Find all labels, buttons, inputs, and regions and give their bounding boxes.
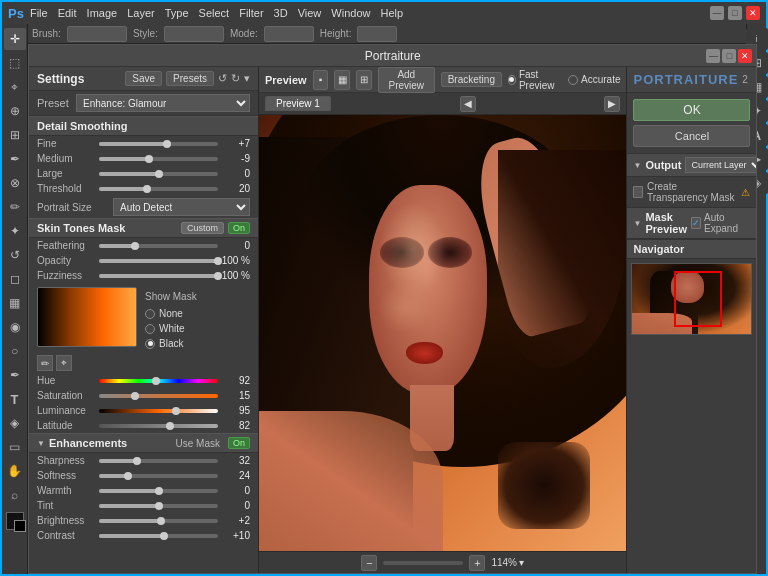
medium-thumb[interactable] xyxy=(145,155,153,163)
output-header[interactable]: ▼ Output Current Layer xyxy=(627,154,756,177)
tool-hand[interactable]: ✋ xyxy=(4,460,26,482)
redo-icon[interactable]: ↻ xyxy=(231,72,240,85)
tint-thumb[interactable] xyxy=(155,502,163,510)
zoom-in-btn[interactable]: + xyxy=(469,555,485,571)
fuzziness-thumb[interactable] xyxy=(214,272,222,280)
color-gradient-picker[interactable] xyxy=(37,287,137,347)
tool-blur[interactable]: ◉ xyxy=(4,316,26,338)
menu-window[interactable]: Window xyxy=(331,7,370,19)
opacity-thumb[interactable] xyxy=(214,257,222,265)
tool-brush[interactable]: ✏ xyxy=(4,196,26,218)
tool-spot-heal[interactable]: ⊗ xyxy=(4,172,26,194)
mode-select[interactable] xyxy=(264,26,314,42)
add-preview-button[interactable]: Add Preview xyxy=(378,67,435,93)
foreground-color[interactable] xyxy=(6,512,24,530)
zoom-out-btn[interactable]: − xyxy=(361,555,377,571)
enhancements-collapse-icon[interactable]: ▼ xyxy=(37,439,45,448)
tool-type[interactable]: T xyxy=(4,388,26,410)
auto-expand-checkbox[interactable]: ✓ xyxy=(691,217,701,229)
menu-type[interactable]: Type xyxy=(165,7,189,19)
tool-move[interactable]: ✛ xyxy=(4,28,26,50)
about-button[interactable]: About xyxy=(754,73,757,86)
fine-thumb[interactable] xyxy=(163,140,171,148)
ps-close-btn[interactable]: ✕ xyxy=(746,6,760,20)
transparency-checkbox[interactable] xyxy=(633,186,643,198)
accurate-option[interactable]: Accurate xyxy=(568,74,620,85)
tile-preview-btn[interactable]: ⊞ xyxy=(356,70,372,90)
skin-tones-on-badge[interactable]: On xyxy=(228,222,250,234)
tool-crop[interactable]: ⊞ xyxy=(4,124,26,146)
menu-view[interactable]: View xyxy=(298,7,322,19)
sharpness-thumb[interactable] xyxy=(133,457,141,465)
cancel-button[interactable]: Cancel xyxy=(633,125,750,147)
tool-pen[interactable]: ✒ xyxy=(4,364,26,386)
settings-menu-icon[interactable]: ▾ xyxy=(244,72,250,85)
threshold-thumb[interactable] xyxy=(143,185,151,193)
tool-stamp[interactable]: ✦ xyxy=(4,220,26,242)
radio-black[interactable]: Black xyxy=(145,338,197,349)
menu-help[interactable]: Help xyxy=(380,7,403,19)
menu-filter[interactable]: Filter xyxy=(239,7,263,19)
bracketing-button[interactable]: Bracketing xyxy=(441,72,502,87)
enhancements-on-badge[interactable]: On xyxy=(228,437,250,449)
port-maximize-btn[interactable]: □ xyxy=(722,49,736,63)
tool-dodge[interactable]: ○ xyxy=(4,340,26,362)
style-select[interactable] xyxy=(164,26,224,42)
tool-rect-select[interactable]: ⬚ xyxy=(4,52,26,74)
tool-eraser[interactable]: ◻ xyxy=(4,268,26,290)
accurate-radio[interactable] xyxy=(568,75,578,85)
output-layer-select[interactable]: Current Layer xyxy=(685,157,756,173)
port-minimize-btn[interactable]: — xyxy=(706,49,720,63)
menu-file[interactable]: File xyxy=(30,7,48,19)
ok-button[interactable]: OK xyxy=(633,99,750,121)
brush-select[interactable] xyxy=(67,26,127,42)
height-input[interactable] xyxy=(357,26,397,42)
luminance-thumb[interactable] xyxy=(172,407,180,415)
softness-thumb[interactable] xyxy=(124,472,132,480)
presets-button[interactable]: Presets xyxy=(166,71,214,86)
tool-history[interactable]: ↺ xyxy=(4,244,26,266)
radio-black-dot[interactable] xyxy=(145,339,155,349)
feathering-thumb[interactable] xyxy=(131,242,139,250)
ps-minimize-btn[interactable]: — xyxy=(710,6,724,20)
auto-expand-check[interactable]: ✓ Auto Expand xyxy=(691,212,750,234)
radio-white-dot[interactable] xyxy=(145,324,155,334)
menu-3d[interactable]: 3D xyxy=(274,7,288,19)
next-arrow[interactable]: ▶ xyxy=(604,96,620,112)
tool-shape[interactable]: ▭ xyxy=(4,436,26,458)
picker-tool-dropper[interactable]: ⌖ xyxy=(56,355,72,371)
large-thumb[interactable] xyxy=(155,170,163,178)
saturation-thumb[interactable] xyxy=(131,392,139,400)
radio-white[interactable]: White xyxy=(145,323,197,334)
menu-image[interactable]: Image xyxy=(87,7,118,19)
preview-tab-1[interactable]: Preview 1 xyxy=(265,96,331,111)
fast-preview-radio[interactable] xyxy=(508,75,516,85)
tool-path[interactable]: ◈ xyxy=(4,412,26,434)
mask-preview-header[interactable]: ▼ Mask Preview ✓ Auto Expand xyxy=(627,208,756,239)
brightness-thumb[interactable] xyxy=(157,517,165,525)
tool-eyedropper[interactable]: ✒ xyxy=(4,148,26,170)
save-button[interactable]: Save xyxy=(125,71,162,86)
split-preview-btn[interactable]: ▦ xyxy=(334,70,350,90)
undo-icon[interactable]: ↺ xyxy=(218,72,227,85)
tool-gradient[interactable]: ▦ xyxy=(4,292,26,314)
zoom-dropdown-icon[interactable]: ▾ xyxy=(519,557,524,568)
warmth-thumb[interactable] xyxy=(155,487,163,495)
fast-preview-option[interactable]: Fast Preview xyxy=(508,69,562,91)
menu-layer[interactable]: Layer xyxy=(127,7,155,19)
hue-thumb[interactable] xyxy=(152,377,160,385)
prev-arrow[interactable]: ◀ xyxy=(460,96,476,112)
picker-tool-pencil[interactable]: ✏ xyxy=(37,355,53,371)
portrait-size-select[interactable]: Auto Detect xyxy=(113,198,250,216)
port-close-btn[interactable]: ✕ xyxy=(738,49,752,63)
menu-edit[interactable]: Edit xyxy=(58,7,77,19)
latitude-thumb[interactable] xyxy=(166,422,174,430)
tool-zoom[interactable]: ⌕ xyxy=(4,484,26,506)
ps-maximize-btn[interactable]: □ xyxy=(728,6,742,20)
radio-none-dot[interactable] xyxy=(145,309,155,319)
preset-select[interactable]: Enhance: Glamour xyxy=(76,94,250,112)
tool-quick-select[interactable]: ⊕ xyxy=(4,100,26,122)
menu-select[interactable]: Select xyxy=(199,7,230,19)
tool-lasso[interactable]: ⌖ xyxy=(4,76,26,98)
single-preview-btn[interactable]: ▪ xyxy=(313,70,329,90)
